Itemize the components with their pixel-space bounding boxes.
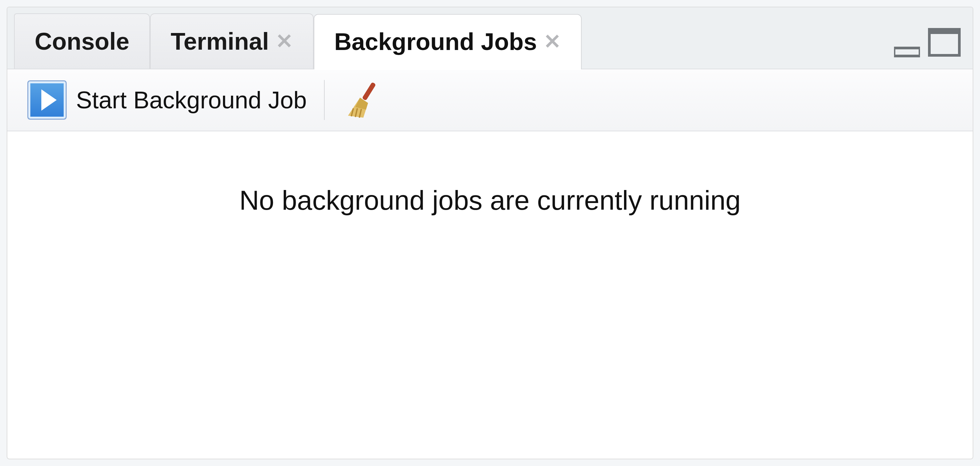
maximize-pane-icon[interactable] — [928, 25, 961, 59]
tab-bar: Console Terminal ✕ Background Jobs ✕ — [7, 7, 973, 69]
toolbar-separator — [324, 80, 325, 120]
start-background-job-label: Start Background Job — [76, 86, 307, 114]
svg-rect-0 — [894, 48, 920, 56]
clear-jobs-button[interactable] — [342, 80, 381, 120]
tab-terminal-label: Terminal — [171, 28, 269, 55]
play-icon — [27, 80, 67, 120]
svg-rect-2 — [929, 29, 959, 34]
toolbar: Start Background Job — [7, 69, 973, 131]
tab-console-label: Console — [35, 28, 129, 55]
tab-background-jobs-label: Background Jobs — [334, 28, 537, 55]
svg-rect-3 — [362, 82, 376, 101]
pane-view-controls — [894, 25, 961, 59]
close-icon[interactable]: ✕ — [276, 31, 293, 52]
tab-terminal[interactable]: Terminal ✕ — [150, 13, 313, 69]
tab-console[interactable]: Console — [14, 13, 150, 69]
broom-icon — [342, 80, 381, 120]
jobs-content-area: No background jobs are currently running — [7, 131, 973, 216]
empty-state-message: No background jobs are currently running — [34, 184, 946, 216]
tab-background-jobs[interactable]: Background Jobs ✕ — [313, 14, 582, 69]
start-background-job-button[interactable]: Start Background Job — [27, 80, 307, 120]
background-jobs-panel: Console Terminal ✕ Background Jobs ✕ — [7, 7, 973, 459]
minimize-pane-icon[interactable] — [894, 32, 920, 59]
close-icon[interactable]: ✕ — [544, 31, 561, 52]
